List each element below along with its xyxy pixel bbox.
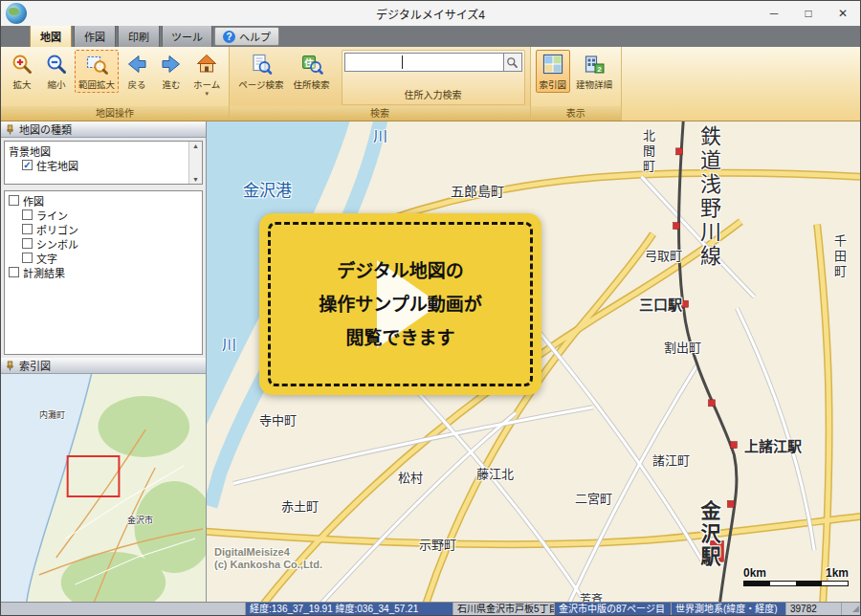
map-copyright: DigitalMeisize4 (c) Kankosha Co.,Ltd.	[214, 546, 322, 571]
map-label: 寺中町	[259, 410, 297, 429]
status-coordinates: 経度:136_37_19.91 緯度:036_34_57.21	[246, 603, 453, 615]
drawing-layers-list: 作図ラインポリゴンシンボル文字計測結果	[4, 190, 203, 355]
page-search-icon	[250, 53, 273, 76]
drawing-rows: 作図ラインポリゴンシンボル文字計測結果	[5, 191, 202, 281]
range-zoom-button[interactable]: 範囲拡大	[75, 50, 119, 93]
tab-地図[interactable]: 地図	[30, 25, 72, 47]
map-label: 三口駅	[639, 294, 682, 314]
building-detail-button[interactable]: 2 建物詳細	[572, 50, 616, 93]
group-label-map-operations: 地図操作	[1, 106, 229, 121]
background-map-rows: 背景地図✓住宅地図	[5, 142, 202, 174]
tab-印刷[interactable]: 印刷	[118, 25, 160, 47]
home-button[interactable]: ホーム ▼	[189, 50, 224, 99]
titlebar: デジタルメイサイズ4 ─ □ ✕	[1, 1, 860, 26]
pin-icon[interactable]	[5, 361, 15, 371]
zoom-in-icon	[11, 53, 33, 76]
background-map-list: 背景地図✓住宅地図 ▲ ▼	[4, 141, 203, 185]
app-window: デジタルメイサイズ4 ─ □ ✕ 地図作図印刷ツール ? ヘルプ	[0, 0, 861, 616]
checkbox[interactable]: ✓	[22, 160, 33, 170]
checkbox[interactable]	[22, 209, 33, 220]
status-page: 金沢市中版の87ページ目	[555, 603, 672, 615]
address-input-search-widget: 住所入力検索	[342, 50, 525, 105]
resize-grip[interactable]: ◢	[852, 605, 859, 613]
checkbox[interactable]	[9, 195, 19, 206]
map-label: 川	[218, 338, 238, 355]
index-map-title: 索引図	[19, 358, 51, 373]
scroll-up-icon[interactable]: ▲	[192, 143, 199, 149]
map-label: 北間町	[639, 129, 657, 175]
back-button[interactable]: 戻る	[121, 50, 153, 93]
status-address: 石川県金沢市戸板5丁目	[453, 603, 555, 615]
tree-item[interactable]: 作図	[5, 193, 202, 208]
zoom-out-icon	[45, 53, 68, 76]
map-label: 藤江北	[476, 464, 514, 482]
ribbon-group-view: 索引図 2 建物詳細 表示	[531, 47, 623, 121]
ribbon-tabs: 地図作図印刷ツール	[30, 26, 214, 47]
group-label-search: 検索	[230, 106, 529, 121]
minimize-button[interactable]: ─	[757, 1, 791, 26]
scale-bar: 0km 1km	[743, 566, 849, 586]
index-map-labels: 内灘町金沢市	[1, 374, 206, 602]
tab-ツール[interactable]: ツール	[162, 25, 212, 47]
map-label: 金沢港	[243, 177, 292, 201]
map-label: 金沢駅	[695, 500, 723, 569]
map-label: 割出町	[664, 338, 701, 356]
tree-item[interactable]: シンボル	[5, 236, 202, 251]
address-search-input[interactable]	[344, 53, 504, 72]
close-button[interactable]: ✕	[826, 1, 860, 26]
map-label: 五郎島町	[451, 181, 504, 200]
tree-item[interactable]: ポリゴン	[5, 222, 202, 236]
app-globe-icon[interactable]	[6, 3, 27, 24]
ribbon-group-search: ページ検索 住 住所検索	[230, 47, 530, 121]
map-label: 示野町	[419, 535, 456, 553]
map-canvas[interactable]: 川金沢港五郎島町北間町鉄道浅野川線千田町弓取町三口駅割出町川諸江町上諸江駅寺中町…	[207, 121, 860, 602]
sidebar: 地図の種類 背景地図✓住宅地図 ▲ ▼ 作図ラインポリゴンシンボル文字計測結果 …	[1, 121, 207, 602]
maximize-button[interactable]: □	[791, 1, 826, 26]
status-datum: 世界測地系(緯度・経度)	[672, 603, 786, 615]
checkbox[interactable]	[22, 238, 33, 249]
scale-end-label: 1km	[826, 566, 849, 580]
range-zoom-icon	[85, 53, 108, 76]
checkbox[interactable]	[22, 253, 33, 263]
video-overlay[interactable]: デジタル地図の 操作サンプル動画が 閲覧できます	[259, 213, 541, 395]
map-label: 松村	[398, 468, 423, 486]
list-scrollbar[interactable]: ▲ ▼	[188, 142, 202, 184]
map-label: 川	[369, 129, 389, 146]
status-filler: ◢	[842, 603, 860, 615]
zoom-in-button[interactable]: 拡大	[6, 50, 38, 93]
window-controls: ─ □ ✕	[757, 1, 860, 26]
index-map-icon	[541, 53, 564, 76]
ribbon: 拡大 縮小 範囲拡大	[1, 47, 860, 121]
checkbox[interactable]	[22, 224, 33, 234]
tree-item[interactable]: 背景地図	[5, 143, 202, 158]
map-label: 千田町	[830, 234, 849, 280]
tree-item[interactable]: ライン	[5, 208, 202, 222]
help-button[interactable]: ? ヘルプ	[214, 27, 279, 46]
map-label: 鉄道浅野川線	[693, 125, 723, 269]
zoom-out-button[interactable]: 縮小	[40, 50, 73, 93]
tree-item[interactable]: ✓住宅地図	[5, 158, 202, 172]
index-map-button[interactable]: 索引図	[536, 50, 571, 93]
index-map[interactable]: 内灘町金沢市	[1, 374, 206, 602]
scroll-down-icon[interactable]: ▼	[192, 176, 199, 183]
forward-button[interactable]: 進む	[155, 50, 188, 93]
tab-作図[interactable]: 作図	[74, 25, 116, 47]
status-map-code: 39782	[786, 603, 842, 615]
window-title: デジタルメイサイズ4	[1, 6, 860, 22]
pin-icon[interactable]	[5, 124, 15, 135]
statusbar: 経度:136_37_19.91 緯度:036_34_57.21 石川県金沢市戸板…	[1, 602, 860, 615]
home-dropdown-arrow-icon[interactable]: ▼	[204, 91, 210, 97]
help-icon: ?	[223, 31, 235, 43]
index-map-label: 内灘町	[39, 408, 65, 421]
overlay-text: デジタル地図の 操作サンプル動画が 閲覧できます	[319, 254, 481, 355]
search-submit-button[interactable]	[504, 53, 522, 72]
index-map-label: 金沢市	[127, 514, 153, 526]
tree-item[interactable]: 計測結果	[5, 265, 202, 279]
forward-arrow-icon	[160, 53, 183, 76]
map-label: 芳斉	[580, 590, 603, 602]
tree-item[interactable]: 文字	[5, 251, 202, 265]
address-search-button[interactable]: 住 住所検索	[290, 50, 334, 93]
page-search-button[interactable]: ページ検索	[234, 50, 287, 93]
checkbox[interactable]	[9, 267, 19, 277]
map-types-panel-header: 地図の種類	[1, 121, 206, 138]
